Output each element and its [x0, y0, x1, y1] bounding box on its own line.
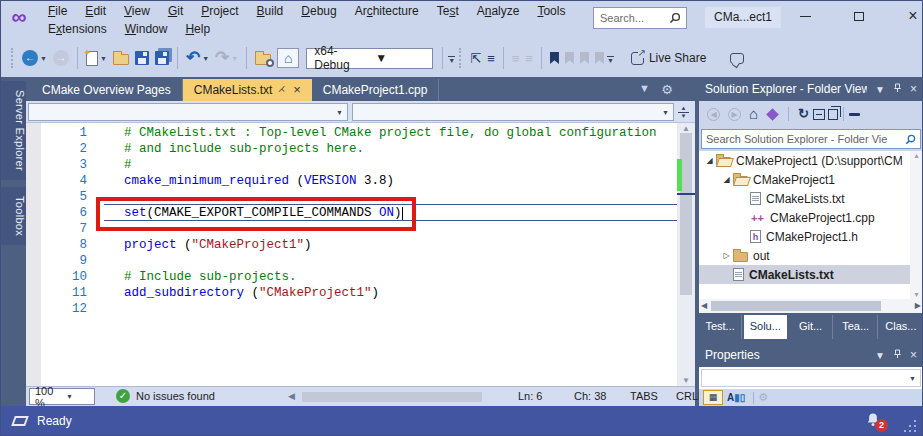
expanded-arrow-icon[interactable]: ◢	[720, 175, 733, 184]
forward-button[interactable]: ▶	[728, 108, 741, 121]
scroll-left-icon[interactable]: ◀	[701, 301, 707, 310]
navigate-forward-button[interactable]: →	[53, 50, 69, 66]
code-editor[interactable]: 1# CMakeList.txt : Top-level CMake proje…	[26, 123, 695, 386]
toggle-bookmark-button[interactable]	[550, 52, 559, 64]
solution-explorer-title-bar[interactable]: Solution Explorer - Folder View ▼ ×	[699, 77, 923, 101]
scroll-right-icon[interactable]: ▶	[915, 301, 921, 310]
undo-button[interactable]: ↶▼	[186, 50, 209, 66]
menu-item-architecture[interactable]: Architecture	[346, 3, 428, 19]
window-position-chevron-icon[interactable]: ▼	[875, 350, 885, 361]
categorized-icon[interactable]: ▦	[703, 390, 723, 405]
scroll-left-icon[interactable]: ◀	[288, 391, 295, 401]
object-dropdown[interactable]: ▼	[701, 369, 921, 387]
scroll-up-icon[interactable]: ▲	[677, 124, 695, 133]
live-share-button[interactable]: ↗ Live Share	[631, 51, 706, 65]
tool-window-tab-toolbox[interactable]: Toolbox	[1, 187, 26, 245]
alphabetical-icon[interactable]: A▮▯	[727, 392, 745, 403]
toolbar-grip[interactable]	[459, 48, 463, 68]
pin-icon[interactable]	[893, 83, 902, 95]
notification-count-badge[interactable]: 2	[875, 419, 888, 432]
menu-item-file[interactable]: File	[39, 3, 76, 19]
menu-item-build[interactable]: Build	[248, 3, 293, 19]
clear-bookmarks-button[interactable]	[595, 52, 604, 64]
pin-icon[interactable]	[893, 349, 902, 361]
menu-item-git[interactable]: Git	[159, 3, 192, 19]
configuration-dropdown[interactable]: x64-Debug ▼	[306, 48, 433, 69]
filter-dash-icon[interactable]	[849, 113, 860, 116]
minimize-button[interactable]	[783, 1, 827, 31]
close-icon[interactable]: ×	[293, 79, 301, 101]
tree-item-cmakeproject1[interactable]: ◢CMakeProject1	[699, 170, 923, 189]
toolbar-options-button[interactable]: ▼	[607, 53, 614, 63]
next-bookmark-button[interactable]	[580, 52, 589, 64]
collapsed-arrow-icon[interactable]: ▷	[720, 251, 733, 260]
properties-title-bar[interactable]: Properties ▼ ×	[699, 343, 923, 367]
panel-tab-clas[interactable]: Clas...	[880, 315, 923, 339]
background-tasks-icon[interactable]	[11, 416, 29, 426]
decrease-indent-button[interactable]: ≡	[512, 51, 520, 66]
tool-window-tab-server-explorer[interactable]: Server Explorer	[1, 81, 26, 180]
document-tab-cmakelists-txt[interactable]: CMakeLists.txt⊦×	[183, 79, 312, 101]
solution-explorer-search-input[interactable]: Search Solution Explorer - Folder Vie	[701, 129, 921, 149]
scroll-up-icon[interactable]: ▲	[910, 152, 923, 159]
search-input[interactable]: Search...	[593, 7, 687, 29]
menu-item-tools[interactable]: Tools	[528, 3, 574, 19]
go-to-button[interactable]: ⇱	[470, 51, 481, 66]
editor-vertical-scrollbar[interactable]: ▲ ▼	[677, 123, 695, 386]
show-all-files-icon[interactable]	[828, 109, 838, 120]
toolbar-grip[interactable]	[11, 48, 15, 68]
tree-item-cmakeproject1-cpp[interactable]: ++CMakeProject1.cpp	[699, 208, 923, 227]
collapse-all-icon[interactable]	[813, 109, 825, 120]
document-well-options-gear-icon[interactable]: ⚙	[661, 82, 673, 97]
menu-item-window[interactable]: Window	[116, 21, 177, 37]
menu-item-test[interactable]: Test	[428, 3, 468, 19]
close-icon[interactable]: ×	[910, 348, 917, 362]
tree-horizontal-scrollbar[interactable]: ◀ ▶	[699, 299, 923, 313]
panel-tab-git[interactable]: Git...	[789, 315, 832, 339]
panel-tab-tea[interactable]: Tea...	[835, 315, 878, 339]
scrollbar-thumb[interactable]	[680, 133, 692, 295]
tree-item-cmakeproject1-d-support-cm[interactable]: ◢CMakeProject1 (D:\support\CM	[699, 151, 923, 170]
new-file-button[interactable]: ✦▼	[86, 51, 107, 66]
menu-item-help[interactable]: Help	[176, 21, 219, 37]
panel-tab-solu[interactable]: Solu...	[744, 315, 787, 339]
tree-item-out[interactable]: ▷out	[699, 246, 923, 265]
previous-bookmark-button[interactable]	[565, 52, 574, 64]
switch-views-icon[interactable]	[766, 108, 779, 121]
close-button[interactable]: ×	[891, 1, 923, 31]
tree-vertical-scrollbar[interactable]: ▲ ▼	[910, 151, 923, 299]
menu-item-debug[interactable]: Debug	[292, 3, 345, 19]
scrollbar-thumb[interactable]	[302, 392, 482, 402]
tab-list-chevron-icon[interactable]: ▼	[639, 82, 650, 94]
document-tab-cmake-overview-pages[interactable]: CMake Overview Pages	[31, 79, 183, 101]
scrollbar-thumb[interactable]	[711, 301, 881, 311]
project-scope-dropdown[interactable]: ▼	[28, 103, 348, 121]
back-button[interactable]: ◀	[707, 108, 720, 121]
scroll-down-icon[interactable]: ▼	[677, 376, 695, 385]
menu-item-edit[interactable]: Edit	[76, 3, 115, 19]
member-scope-dropdown[interactable]: ▼	[352, 103, 674, 121]
property-pages-icon[interactable]: ⚙	[758, 391, 768, 404]
increase-indent-button[interactable]: ≡	[525, 51, 533, 66]
save-button[interactable]	[135, 51, 149, 65]
switch-views-button[interactable]: ⌂	[277, 48, 299, 68]
window-position-chevron-icon[interactable]: ▼	[875, 84, 885, 95]
expanded-arrow-icon[interactable]: ◢	[703, 156, 716, 165]
pin-icon[interactable]: ⊦	[273, 80, 293, 100]
issues-indicator[interactable]: No issues found	[136, 390, 215, 402]
send-feedback-button[interactable]	[730, 53, 744, 64]
menu-item-project[interactable]: Project	[192, 3, 247, 19]
tree-item-cmakelists-txt[interactable]: CMakeLists.txt	[699, 265, 923, 284]
tree-item-cmakelists-txt[interactable]: CMakeLists.txt	[699, 189, 923, 208]
navigate-backward-button[interactable]: ←▼	[22, 50, 47, 66]
menu-item-analyze[interactable]: Analyze	[468, 3, 529, 19]
scroll-down-icon[interactable]: ▼	[910, 291, 923, 298]
close-icon[interactable]: ×	[910, 82, 917, 96]
split-window-button[interactable]: ▲▼	[675, 103, 692, 121]
redo-button[interactable]: ↷▼	[215, 50, 238, 66]
refresh-icon[interactable]: ↻	[798, 107, 809, 121]
open-file-button[interactable]	[113, 51, 129, 65]
home-icon[interactable]: ⌂	[749, 107, 758, 121]
panel-tab-test[interactable]: Test...	[699, 315, 742, 339]
menu-item-extensions[interactable]: Extensions	[39, 21, 116, 37]
